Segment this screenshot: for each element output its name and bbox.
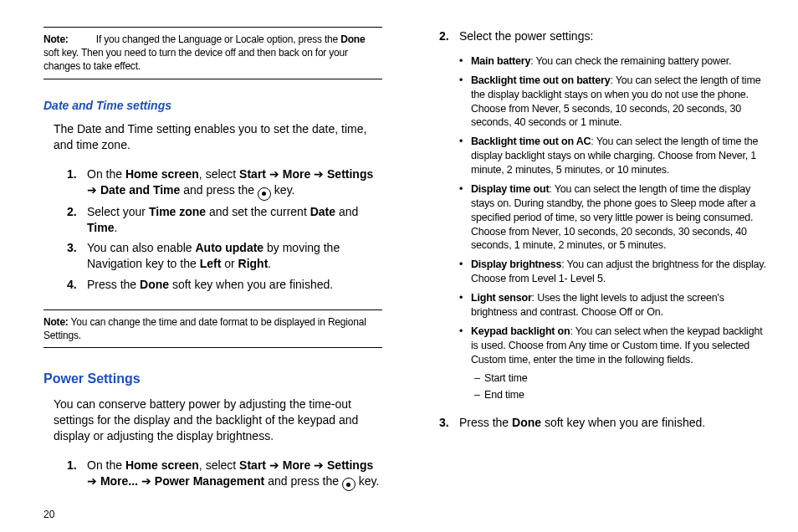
power-step-3-wrap: 3. Press the Done soft key when you are … [439, 410, 768, 436]
step-1: 1. On the Home screen, select Start ➔ Mo… [67, 166, 382, 198]
bold: Power Management [155, 474, 264, 488]
arrow-icon: ➔ [87, 474, 97, 488]
bold: Settings [327, 167, 373, 181]
bold: Keypad backlight on [471, 325, 570, 337]
step-number: 2. [67, 204, 87, 236]
t: : You can check the remaining battery po… [530, 55, 731, 67]
step-body: Select the power settings: [459, 28, 768, 44]
bold: Home screen [125, 167, 199, 181]
bold: Light sensor [471, 292, 532, 304]
center-key-icon [342, 478, 356, 491]
t: soft key when you are finished. [169, 278, 333, 291]
t: Select your [87, 205, 149, 218]
arrow-icon: ➔ [269, 458, 279, 472]
t: Start time [484, 371, 528, 386]
opt-backlight-battery: •Backlight time out on battery: You can … [459, 74, 768, 130]
step-number: 4. [67, 277, 87, 293]
t: , select [199, 458, 239, 472]
center-key-icon [258, 187, 271, 201]
t: and set the current [206, 205, 310, 218]
opt-main-battery: •Main battery: You can check the remaini… [459, 54, 768, 69]
power-steps-left: 1. On the Home screen, select Start ➔ Mo… [67, 453, 382, 494]
bold: Date [310, 205, 335, 218]
opt-backlight-ac: •Backlight time out on AC: You can selec… [459, 135, 768, 177]
arrow-icon: ➔ [314, 167, 324, 181]
page-number: 20 [43, 509, 54, 520]
para-power: You can conserve battery power by adjust… [54, 396, 382, 444]
step-2: 2. Select your Time zone and set the cur… [67, 204, 382, 236]
opt-light-sensor: •Light sensor: Uses the light levels to … [459, 291, 768, 320]
left-column: Note: If you changed the Language or Loc… [43, 23, 382, 517]
bold: Time zone [149, 205, 206, 218]
t: You can also enable [87, 241, 195, 254]
bold: Display brightness [471, 258, 561, 270]
t: End time [484, 388, 524, 402]
t: key. [356, 474, 380, 488]
opt-display-timeout: •Display time out: You can select the le… [459, 182, 768, 253]
step-body: Press the Done soft key when you are fin… [87, 277, 382, 293]
bold: Done [140, 278, 169, 291]
power-step-1: 1. On the Home screen, select Start ➔ Mo… [67, 458, 382, 489]
bold: Start [239, 458, 266, 472]
date-time-steps: 1. On the Home screen, select Start ➔ Mo… [67, 161, 382, 298]
sub-end-time: –End time [474, 388, 768, 402]
sub-start-time: –Start time [474, 371, 768, 386]
bold: More... [100, 474, 138, 488]
bold: Auto update [195, 241, 263, 254]
step-number: 3. [67, 240, 87, 272]
power-steps-right: 2. Select the power settings: [439, 23, 768, 49]
arrow-icon: ➔ [87, 183, 97, 197]
note-label: Note: [43, 33, 69, 45]
note-language: Note: If you changed the Language or Loc… [43, 27, 382, 79]
t: and press the [264, 474, 342, 488]
t: On the [87, 458, 125, 472]
note-regional: Note: You can change the time and date f… [43, 309, 382, 348]
t: On the [87, 167, 125, 181]
para-date-time: The Date and Time setting enables you to… [54, 121, 382, 153]
step-number: 1. [67, 166, 87, 198]
step-body: You can also enable Auto update by movin… [87, 240, 382, 272]
arrow-icon: ➔ [314, 458, 324, 472]
bold: Settings [327, 458, 373, 472]
power-options: •Main battery: You can check the remaini… [459, 49, 768, 405]
note-label: Note: [43, 316, 69, 328]
note-body: You can change the time and date format … [43, 316, 366, 341]
step-body: Press the Done soft key when you are fin… [459, 415, 768, 431]
power-step-2: 2. Select the power settings: [439, 28, 768, 44]
t: . [114, 221, 117, 234]
t: soft key when you are finished. [541, 416, 705, 429]
bold: Left [200, 257, 222, 270]
bold: More [283, 167, 310, 181]
t: Press the [87, 278, 140, 291]
note-body: If you changed the Language or Locale op… [43, 33, 365, 72]
step-body: On the Home screen, select Start ➔ More … [87, 458, 382, 489]
t: , select [199, 167, 239, 181]
bold: Start [239, 167, 266, 181]
bold: Time [87, 221, 114, 234]
step-3: 3. You can also enable Auto update by mo… [67, 240, 382, 272]
step-body: Select your Time zone and set the curren… [87, 204, 382, 236]
heading-power-settings: Power Settings [43, 370, 382, 388]
t: or [221, 257, 238, 270]
bold: Backlight time out on AC [471, 136, 591, 147]
bold: Display time out [471, 183, 549, 195]
bold: Right [238, 257, 269, 270]
t: and press the [180, 183, 258, 197]
t: key. [271, 183, 295, 197]
arrow-icon: ➔ [141, 474, 151, 488]
bold: Home screen [125, 458, 199, 472]
bold: More [283, 458, 310, 472]
t: . [268, 257, 271, 270]
opt-display-brightness: •Display brightness: You can adjust the … [459, 258, 768, 286]
bold: Backlight time out on battery [471, 74, 610, 86]
t: and [335, 205, 358, 218]
step-number: 1. [67, 458, 87, 489]
bold: Date and Time [100, 183, 180, 197]
step-number: 2. [439, 28, 459, 44]
t: Press the [459, 416, 512, 429]
bold: Done [512, 416, 541, 429]
right-column: 2. Select the power settings: •Main batt… [429, 23, 768, 517]
bold: Main battery [471, 55, 530, 67]
step-4: 4. Press the Done soft key when you are … [67, 277, 382, 293]
page: Note: If you changed the Language or Loc… [0, 0, 798, 532]
